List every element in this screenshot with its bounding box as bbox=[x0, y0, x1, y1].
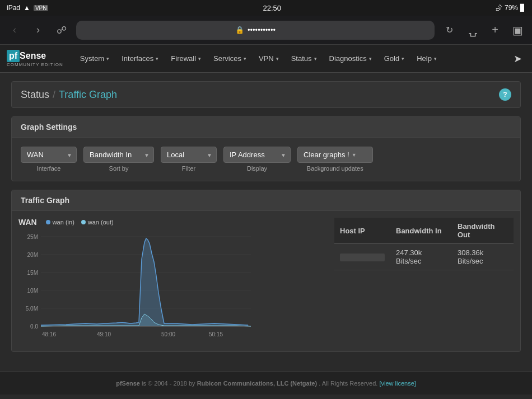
masked-ip bbox=[340, 254, 385, 261]
wifi-icon: ▲ bbox=[24, 4, 30, 12]
chart-svg-wrapper: 25M 20M 15M 10M 5.0M 0.0 bbox=[18, 231, 325, 345]
main-content: Status / Traffic Graph ? Graph Settings … bbox=[0, 73, 532, 360]
cell-bandwidth-out: 308.36k Bits/sec bbox=[452, 244, 514, 270]
nav-item-diagnostics[interactable]: Diagnostics▾ bbox=[324, 51, 377, 66]
nav-item-help[interactable]: Help▾ bbox=[411, 51, 442, 66]
cell-host-ip bbox=[334, 244, 390, 270]
clock: 22:50 bbox=[263, 4, 281, 12]
breadcrumb-current: Traffic Graph bbox=[59, 89, 117, 101]
nav-item-firewall[interactable]: Firewall▾ bbox=[165, 51, 207, 66]
address-bar[interactable]: 🔒 ••••••••••• bbox=[76, 21, 435, 40]
view-license-link[interactable]: [view license] bbox=[379, 380, 416, 387]
refresh-button[interactable]: ↻ bbox=[440, 21, 458, 39]
interface-dropdown-group: WAN LAN ALL Interface bbox=[21, 147, 77, 172]
url-text: ••••••••••• bbox=[248, 26, 276, 34]
graph-area: WAN wan (in) wan (out) bbox=[18, 218, 325, 345]
help-button[interactable]: ? bbox=[499, 88, 511, 101]
svg-text:25M: 25M bbox=[27, 234, 38, 240]
battery-label: 79% bbox=[505, 4, 518, 12]
traffic-table: Host IP Bandwidth In Bandwidth Out 247.3… bbox=[334, 218, 514, 270]
clear-graphs-button[interactable]: Clear graphs ! ▼ bbox=[297, 147, 373, 163]
share-button[interactable]: ⍽ bbox=[464, 21, 482, 39]
browser-bar: ‹ › ☍ 🔒 ••••••••••• ↻ ⍽ + ▣ bbox=[0, 16, 532, 45]
svg-text:5.0M: 5.0M bbox=[26, 306, 38, 312]
graph-settings-title: Graph Settings bbox=[12, 117, 520, 138]
logout-icon[interactable]: ➤ bbox=[510, 49, 525, 68]
breadcrumb-separator: / bbox=[53, 89, 55, 101]
forward-button[interactable]: › bbox=[29, 21, 47, 39]
logo-edition: COMMUNITY EDITION bbox=[7, 62, 63, 67]
svg-text:50:15: 50:15 bbox=[209, 331, 223, 337]
footer: pfSense is © 2004 - 2018 by Rubicon Comm… bbox=[0, 372, 532, 395]
filter-dropdown-group: Local Remote All Filter bbox=[161, 147, 217, 172]
legend-wan-in: wan (in) bbox=[46, 219, 74, 226]
footer-text: pfSense is © 2004 - 2018 by Rubicon Comm… bbox=[116, 380, 416, 387]
cell-bandwidth-in: 247.30k Bits/sec bbox=[390, 244, 452, 270]
display-select[interactable]: IP Address Hostname Description bbox=[223, 147, 291, 163]
bookmarks-button[interactable]: ☍ bbox=[53, 21, 71, 39]
svg-text:48:16: 48:16 bbox=[42, 331, 56, 337]
status-bar-left: iPad ▲ VPN bbox=[7, 4, 48, 12]
clear-btn-group: Clear graphs ! ▼ Background updates bbox=[297, 147, 373, 172]
filter-dropdown-wrapper: Local Remote All bbox=[161, 147, 217, 163]
sortby-select[interactable]: Bandwidth In Bandwidth Out Host IP bbox=[83, 147, 154, 163]
graph-iface-label: WAN bbox=[18, 218, 37, 227]
col-bandwidth-in: Bandwidth In bbox=[390, 218, 452, 244]
svg-text:15M: 15M bbox=[27, 270, 38, 276]
legend-dot-wan-in bbox=[46, 220, 50, 224]
legend-wan-out: wan (out) bbox=[81, 219, 114, 226]
pfsense-navbar: pf Sense COMMUNITY EDITION System▾ Inter… bbox=[0, 45, 532, 73]
breadcrumb: Status / Traffic Graph ? bbox=[11, 81, 521, 108]
bluetooth-icon: ⮵ bbox=[496, 4, 502, 12]
breadcrumb-parent: Status bbox=[21, 89, 49, 101]
graph-settings-panel: Graph Settings WAN LAN ALL Interface bbox=[11, 116, 521, 181]
dropdowns-row: WAN LAN ALL Interface Bandwidth In Bandw… bbox=[21, 147, 511, 172]
nav-menu: System▾ Interfaces▾ Firewall▾ Services▾ … bbox=[74, 51, 510, 66]
nav-item-gold[interactable]: Gold▾ bbox=[379, 51, 410, 66]
new-tab-button[interactable]: + bbox=[486, 21, 504, 39]
graph-legend: wan (in) wan (out) bbox=[46, 219, 114, 226]
display-dropdown-group: IP Address Hostname Description Display bbox=[223, 147, 291, 172]
battery-icon: ▊ bbox=[520, 4, 525, 12]
sortby-dropdown-group: Bandwidth In Bandwidth Out Host IP Sort … bbox=[83, 147, 154, 172]
display-dropdown-wrapper: IP Address Hostname Description bbox=[223, 147, 291, 163]
svg-marker-13 bbox=[41, 238, 251, 326]
svg-text:0.0: 0.0 bbox=[30, 323, 38, 330]
filter-select[interactable]: Local Remote All bbox=[161, 147, 217, 163]
sortby-dropdown-wrapper: Bandwidth In Bandwidth Out Host IP bbox=[83, 147, 154, 163]
traffic-graph-panel: Traffic Graph WAN wan (in) wan (out) bbox=[11, 190, 521, 352]
nav-item-status[interactable]: Status▾ bbox=[286, 51, 323, 66]
traffic-graph-title: Traffic Graph bbox=[12, 190, 520, 211]
back-button[interactable]: ‹ bbox=[6, 21, 24, 39]
svg-text:50:00: 50:00 bbox=[161, 331, 175, 337]
nav-item-vpn[interactable]: VPN▾ bbox=[253, 51, 284, 66]
legend-dot-wan-out bbox=[81, 220, 86, 224]
traffic-chart-svg: 25M 20M 15M 10M 5.0M 0.0 bbox=[18, 231, 254, 343]
device-label: iPad bbox=[7, 4, 20, 12]
graph-title-row: WAN wan (in) wan (out) bbox=[18, 218, 325, 227]
vpn-badge: VPN bbox=[34, 5, 49, 11]
svg-text:20M: 20M bbox=[27, 252, 38, 258]
background-updates-label: Background updates bbox=[297, 165, 373, 172]
display-label: Display bbox=[223, 165, 291, 172]
interface-label: Interface bbox=[21, 165, 77, 172]
legend-label-wan-out: wan (out) bbox=[88, 219, 114, 226]
col-host-ip: Host IP bbox=[334, 218, 390, 244]
nav-item-services[interactable]: Services▾ bbox=[208, 51, 252, 66]
lock-icon: 🔒 bbox=[235, 26, 244, 34]
legend-label-wan-in: wan (in) bbox=[53, 219, 74, 226]
traffic-panel-body: WAN wan (in) wan (out) bbox=[12, 211, 520, 351]
tabs-button[interactable]: ▣ bbox=[508, 21, 526, 39]
traffic-table-wrapper: Host IP Bandwidth In Bandwidth Out 247.3… bbox=[334, 218, 514, 345]
browser-actions: ⍽ + ▣ bbox=[464, 21, 526, 39]
table-row: 247.30k Bits/sec 308.36k Bits/sec bbox=[334, 244, 514, 270]
nav-item-interfaces[interactable]: Interfaces▾ bbox=[116, 51, 164, 66]
logo-sense: Sense bbox=[20, 51, 46, 61]
status-bar-right: ⮵ 79% ▊ bbox=[496, 4, 525, 12]
interface-select[interactable]: WAN LAN ALL bbox=[21, 147, 77, 163]
nav-item-system[interactable]: System▾ bbox=[74, 51, 115, 66]
svg-text:10M: 10M bbox=[27, 288, 38, 294]
interface-dropdown-wrapper: WAN LAN ALL bbox=[21, 147, 77, 163]
svg-text:49:10: 49:10 bbox=[97, 331, 111, 337]
footer-pfsense: pfSense bbox=[116, 380, 140, 387]
